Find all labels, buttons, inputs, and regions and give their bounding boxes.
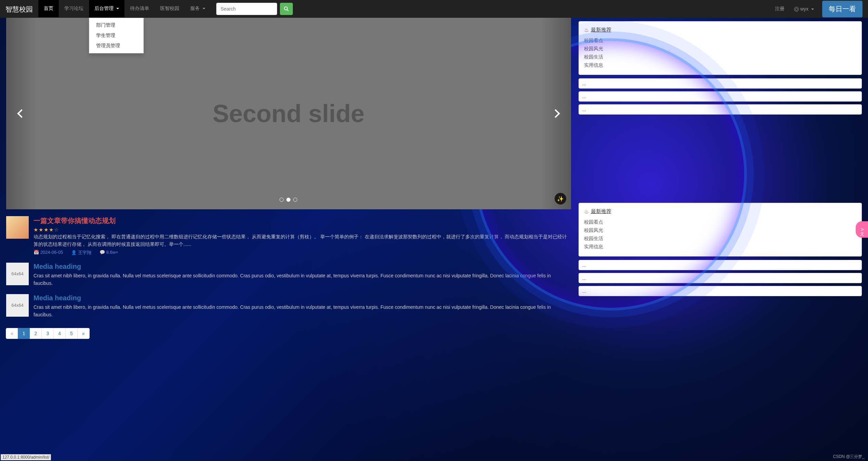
- indicator-2[interactable]: [293, 198, 297, 202]
- nav-home[interactable]: 首页: [38, 0, 59, 18]
- recommend-panel-2: ♨最新推荐 校园看点 校园风光 校园生活 实用信息: [579, 203, 862, 256]
- caret-icon: [811, 9, 814, 10]
- nav-forum[interactable]: 学习论坛: [59, 0, 89, 18]
- nav-left: 首页 学习论坛 后台管理 部门管理 学生管理 管理员管理 待办清单 医智校园 服…: [38, 0, 211, 18]
- article-title[interactable]: 一篇文章带你搞懂动态规划: [34, 216, 571, 225]
- extra-panel[interactable]: ...: [579, 91, 862, 102]
- nav-admin-dropdown[interactable]: 后台管理 部门管理 学生管理 管理员管理: [89, 0, 125, 18]
- article-title[interactable]: Media heading: [34, 294, 571, 302]
- nav-right: 注册 wyx 每日一看: [770, 0, 863, 18]
- search-input[interactable]: [216, 3, 277, 15]
- right-column: ♨最新推荐 校园看点 校园风光 校园生活 实用信息 ... ... ... ♨最…: [579, 18, 862, 299]
- brand[interactable]: 智慧校园: [0, 0, 38, 18]
- article-excerpt: Cras sit amet nibh libero, in gravida nu…: [34, 303, 571, 319]
- magic-wand-icon: ✨: [557, 196, 564, 202]
- article-body: Media heading Cras sit amet nibh libero,…: [34, 294, 571, 319]
- list-item[interactable]: 校园风光: [584, 45, 856, 53]
- article-item: 一篇文章带你搞懂动态规划 ★★★★☆ 动态规划的过程相当于记忆化搜索， 即在普通…: [6, 216, 571, 256]
- admin-dropdown-menu: 部门管理 学生管理 管理员管理: [89, 18, 144, 53]
- side-translate-pill[interactable]: 文A: [856, 221, 868, 238]
- extra-panel[interactable]: ...: [579, 286, 862, 296]
- nav-service-dropdown[interactable]: 服务: [185, 0, 211, 18]
- caret-icon: [116, 8, 119, 9]
- search-icon: [284, 6, 289, 12]
- caret-icon: [203, 8, 205, 9]
- main-container: Second slide ✨ 一篇文章带你搞懂动态规划 ★★★★☆ 动态规划的过…: [0, 18, 868, 339]
- flame-icon: ♨: [584, 27, 589, 33]
- list-item[interactable]: 校园风光: [584, 226, 856, 235]
- list-item[interactable]: 校园看点: [584, 218, 856, 226]
- page-prev[interactable]: «: [6, 328, 18, 339]
- panel-title: ♨最新推荐: [584, 27, 856, 33]
- article-item: 64x64 Media heading Cras sit amet nibh l…: [6, 263, 571, 287]
- article-title[interactable]: Media heading: [34, 263, 571, 271]
- daily-button[interactable]: 每日一看: [822, 1, 863, 17]
- svg-line-1: [287, 10, 288, 11]
- page-1[interactable]: 1: [18, 328, 30, 339]
- indicator-0[interactable]: [280, 198, 284, 202]
- page-3[interactable]: 3: [42, 328, 54, 339]
- chevron-left-icon: [17, 109, 26, 118]
- recommend-panel: ♨最新推荐 校园看点 校园风光 校园生活 实用信息: [579, 21, 862, 75]
- recommend-list: 校园看点 校园风光 校园生活 实用信息: [584, 218, 856, 251]
- article-body: Media heading Cras sit amet nibh libero,…: [34, 263, 571, 287]
- calendar-icon: 📅: [34, 250, 39, 255]
- extra-panel[interactable]: ...: [579, 78, 862, 89]
- list-item[interactable]: 校园生活: [584, 53, 856, 61]
- article-excerpt: 动态规划的过程相当于记忆化搜索， 即在普通递归的过程中用二维数组进行记忆化存储一…: [34, 233, 571, 248]
- extra-panel[interactable]: ...: [579, 260, 862, 270]
- flame-icon: ♨: [584, 208, 589, 215]
- comment-icon: 💬: [100, 250, 105, 255]
- rating-stars: ★★★★☆: [34, 227, 571, 233]
- left-column: Second slide ✨ 一篇文章带你搞懂动态规划 ★★★★☆ 动态规划的过…: [6, 18, 571, 339]
- nav-service-label: 服务: [190, 5, 200, 11]
- article-meta: 📅 2024-06-05 👤 王宇翔 💬 8.6w+: [34, 250, 571, 256]
- pagination: « 1 2 3 4 5 »: [6, 328, 571, 339]
- extra-panel[interactable]: ...: [579, 104, 862, 115]
- article-excerpt: Cras sit amet nibh libero, in gravida nu…: [34, 272, 571, 287]
- article-thumb[interactable]: [6, 216, 29, 239]
- extra-panel[interactable]: ...: [579, 273, 862, 283]
- chevron-right-icon: [551, 109, 560, 118]
- user-icon: [794, 7, 799, 12]
- article-item: 64x64 Media heading Cras sit amet nibh l…: [6, 294, 571, 319]
- list-item[interactable]: 实用信息: [584, 243, 856, 251]
- user-icon: 👤: [71, 250, 77, 255]
- menu-student[interactable]: 学生管理: [89, 30, 143, 41]
- nav-admin-label: 后台管理: [94, 5, 114, 11]
- svg-point-0: [284, 7, 287, 10]
- status-link-hint: 127.0.0.1:8000/admin/list/: [1, 454, 51, 460]
- menu-admin[interactable]: 管理员管理: [89, 41, 143, 51]
- search-button[interactable]: [280, 3, 293, 15]
- recommend-list: 校园看点 校园风光 校园生活 实用信息: [584, 37, 856, 69]
- user-dropdown[interactable]: wyx: [789, 1, 819, 17]
- carousel-prev[interactable]: [6, 18, 37, 209]
- magic-wand-button[interactable]: ✨: [555, 193, 566, 205]
- panel-title: ♨最新推荐: [584, 208, 856, 215]
- article-body: 一篇文章带你搞懂动态规划 ★★★★☆ 动态规划的过程相当于记忆化搜索， 即在普通…: [34, 216, 571, 256]
- nav-todo[interactable]: 待办清单: [125, 0, 155, 18]
- meta-views: 💬 8.6w+: [100, 250, 118, 256]
- page-5[interactable]: 5: [66, 328, 78, 339]
- list-item[interactable]: 实用信息: [584, 61, 856, 69]
- list-item[interactable]: 校园生活: [584, 235, 856, 243]
- meta-date: 📅 2024-06-05: [34, 250, 63, 256]
- list-item[interactable]: 校园看点: [584, 37, 856, 45]
- page-next[interactable]: »: [78, 328, 90, 339]
- menu-dept[interactable]: 部门管理: [89, 20, 143, 30]
- navbar: 智慧校园 首页 学习论坛 后台管理 部门管理 学生管理 管理员管理 待办清单 医…: [0, 0, 868, 18]
- carousel-next[interactable]: [540, 18, 571, 209]
- carousel-indicators: [280, 198, 297, 202]
- meta-author: 👤 王宇翔: [71, 250, 91, 256]
- page-4[interactable]: 4: [54, 328, 66, 339]
- nav-medical[interactable]: 医智校园: [155, 0, 185, 18]
- article-thumb[interactable]: 64x64: [6, 294, 29, 317]
- page-2[interactable]: 2: [30, 328, 42, 339]
- nav-search-form: [216, 0, 293, 18]
- article-thumb[interactable]: 64x64: [6, 263, 29, 285]
- register-link[interactable]: 注册: [770, 0, 789, 17]
- watermark: CSDN @三分梦_: [833, 454, 865, 460]
- indicator-1[interactable]: [286, 198, 290, 202]
